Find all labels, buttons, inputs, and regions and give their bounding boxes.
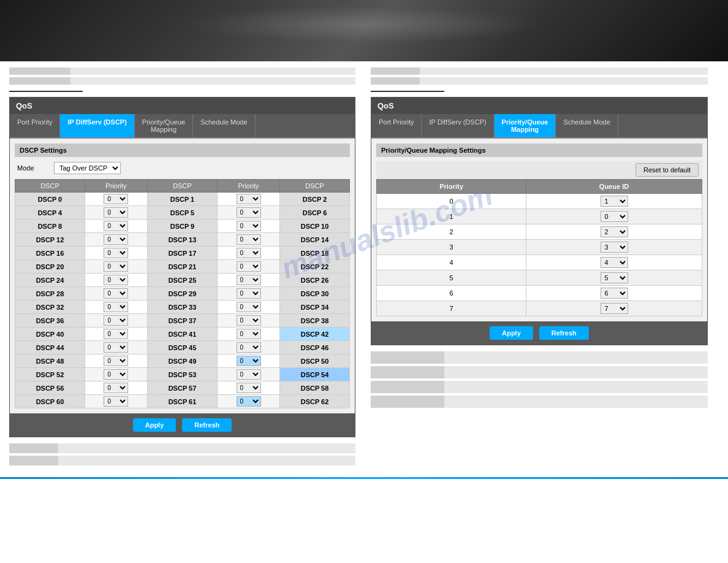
- dscp-8-priority[interactable]: 01: [85, 220, 147, 233]
- dscp-0-priority[interactable]: 01234567: [85, 193, 147, 206]
- dscp-29-priority[interactable]: 01: [217, 287, 279, 301]
- right-refresh-button[interactable]: Refresh: [539, 326, 589, 340]
- right-bottom-bar-label-3: [371, 381, 444, 393]
- queue-2-select[interactable]: 20134567: [601, 226, 628, 237]
- dscp-61-priority[interactable]: 01: [217, 395, 279, 408]
- right-tab-port-priority[interactable]: Port Priority: [371, 114, 422, 137]
- dscp-52-label: DSCP 52: [15, 368, 85, 381]
- queue-7-cell[interactable]: 70123456: [526, 301, 702, 316]
- dscp-12-priority[interactable]: 01: [85, 233, 147, 247]
- dscp-40-priority[interactable]: 01: [85, 327, 147, 341]
- table-row: DSCP 52 01 DSCP 53 01 DSCP 54: [15, 368, 350, 381]
- dscp-41-label: DSCP 41: [148, 327, 218, 341]
- mode-row: Mode Tag Over DSCP DSCP Over Tag: [15, 161, 350, 175]
- dscp-2-label: DSCP 2: [280, 193, 350, 206]
- left-apply-button[interactable]: Apply: [133, 418, 176, 432]
- queue-2-cell[interactable]: 20134567: [526, 224, 702, 240]
- dscp-44-priority[interactable]: 01: [85, 341, 147, 354]
- queue-3-select[interactable]: 30124567: [601, 242, 628, 253]
- dscp-4-priority[interactable]: 01: [85, 206, 147, 220]
- table-row: DSCP 8 01 DSCP 9 01 DSCP 10: [15, 220, 350, 233]
- dscp-25-priority[interactable]: 01: [217, 274, 279, 287]
- queue-6-select[interactable]: 60123457: [601, 288, 628, 299]
- dscp-17-priority[interactable]: 01: [217, 247, 279, 260]
- queue-1-select[interactable]: 01234567: [601, 211, 628, 222]
- right-bottom-bars: [371, 351, 708, 408]
- dscp-50-label: DSCP 50: [280, 354, 350, 368]
- queue-4-cell[interactable]: 40123567: [526, 255, 702, 270]
- table-row: 0 10234567: [377, 194, 702, 209]
- dscp-16-priority[interactable]: 01: [85, 247, 147, 260]
- queue-1-cell[interactable]: 01234567: [526, 209, 702, 224]
- dscp-45-label: DSCP 45: [148, 341, 218, 354]
- table-row: DSCP 12 01 DSCP 13 01 DSCP 14: [15, 233, 350, 247]
- dscp-1-priority[interactable]: 0123: [217, 193, 279, 206]
- left-refresh-button[interactable]: Refresh: [182, 418, 232, 432]
- queue-5-cell[interactable]: 50123467: [526, 270, 702, 286]
- dscp-36-priority[interactable]: 01: [85, 314, 147, 327]
- reset-to-default-button[interactable]: Reset to default: [635, 163, 699, 177]
- dscp-table: DSCP Priority DSCP Priority DSCP DSCP 0: [15, 179, 350, 408]
- dscp-36-label: DSCP 36: [15, 314, 85, 327]
- left-tab-port-priority[interactable]: Port Priority: [10, 114, 60, 137]
- left-section-header: DSCP Settings: [15, 144, 350, 157]
- table-row: 6 60123457: [377, 286, 702, 301]
- queue-3-cell[interactable]: 30124567: [526, 240, 702, 255]
- dscp-24-priority[interactable]: 01: [85, 274, 147, 287]
- right-divider: [371, 91, 444, 92]
- left-bottom-bar-value-2: [58, 456, 355, 465]
- dscp-45-priority[interactable]: 01: [217, 341, 279, 354]
- priority-5-cell: 5: [377, 270, 526, 286]
- dscp-32-priority[interactable]: 01: [85, 301, 147, 314]
- priority-col-2: Priority: [217, 180, 279, 193]
- priority-col-1: Priority: [85, 180, 147, 193]
- dscp-49-label: DSCP 49: [148, 354, 218, 368]
- dscp-48-priority[interactable]: 01: [85, 354, 147, 368]
- right-info-section: [371, 67, 708, 85]
- left-tab-ip-diffserv[interactable]: IP DiffServ (DSCP): [60, 114, 134, 137]
- dscp-20-priority[interactable]: 01: [85, 260, 147, 274]
- queue-5-select[interactable]: 50123467: [601, 272, 628, 283]
- right-tab-ip-diffserv[interactable]: IP DiffServ (DSCP): [422, 114, 494, 137]
- right-bottom-bar-value-4: [444, 396, 708, 408]
- dscp-33-label: DSCP 33: [148, 301, 218, 314]
- queue-6-cell[interactable]: 60123457: [526, 286, 702, 301]
- dscp-49-priority[interactable]: 01: [217, 354, 279, 368]
- mode-select[interactable]: Tag Over DSCP DSCP Over Tag: [54, 162, 121, 174]
- dscp-41-priority[interactable]: 01: [217, 327, 279, 341]
- queue-4-select[interactable]: 40123567: [601, 257, 628, 268]
- dscp-13-priority[interactable]: 01: [217, 233, 279, 247]
- priority-6-cell: 6: [377, 286, 526, 301]
- dscp-9-priority[interactable]: 01: [217, 220, 279, 233]
- right-apply-button[interactable]: Apply: [490, 326, 533, 340]
- dscp-21-priority[interactable]: 01: [217, 260, 279, 274]
- dscp-37-priority[interactable]: 01: [217, 314, 279, 327]
- dscp-53-priority[interactable]: 01: [217, 368, 279, 381]
- dscp-53-label: DSCP 53: [148, 368, 218, 381]
- right-bottom-bar-4: [371, 396, 708, 408]
- left-tab-schedule-mode[interactable]: Schedule Mode: [193, 114, 255, 137]
- dscp-34-label: DSCP 34: [280, 301, 350, 314]
- queue-0-cell[interactable]: 10234567: [526, 194, 702, 209]
- dscp-9-label: DSCP 9: [148, 220, 218, 233]
- left-tab-priority-queue[interactable]: Priority/QueueMapping: [135, 114, 193, 137]
- left-qos-panel: QoS Port Priority IP DiffServ (DSCP) Pri…: [9, 97, 355, 437]
- dscp-56-priority[interactable]: 01: [85, 381, 147, 395]
- dscp-57-priority[interactable]: 01: [217, 381, 279, 395]
- dscp-52-priority[interactable]: 01: [85, 368, 147, 381]
- dscp-5-priority[interactable]: 01: [217, 206, 279, 220]
- right-panel-content: Priority/Queue Mapping Settings Reset to…: [371, 139, 707, 321]
- queue-7-select[interactable]: 70123456: [601, 303, 628, 314]
- right-tab-schedule-mode[interactable]: Schedule Mode: [556, 114, 618, 137]
- right-tab-priority-queue[interactable]: Priority/QueueMapping: [495, 114, 556, 137]
- dscp-40-label: DSCP 40: [15, 327, 85, 341]
- dscp-42-label: DSCP 42: [280, 327, 350, 341]
- dscp-33-priority[interactable]: 01: [217, 301, 279, 314]
- left-bottom-bar-value-1: [58, 443, 355, 453]
- dscp-28-priority[interactable]: 01: [85, 287, 147, 301]
- dscp-60-priority[interactable]: 01: [85, 395, 147, 408]
- priority-2-cell: 2: [377, 224, 526, 240]
- queue-0-select[interactable]: 10234567: [601, 196, 628, 207]
- left-info-value-1: [70, 67, 355, 75]
- dscp-20-label: DSCP 20: [15, 260, 85, 274]
